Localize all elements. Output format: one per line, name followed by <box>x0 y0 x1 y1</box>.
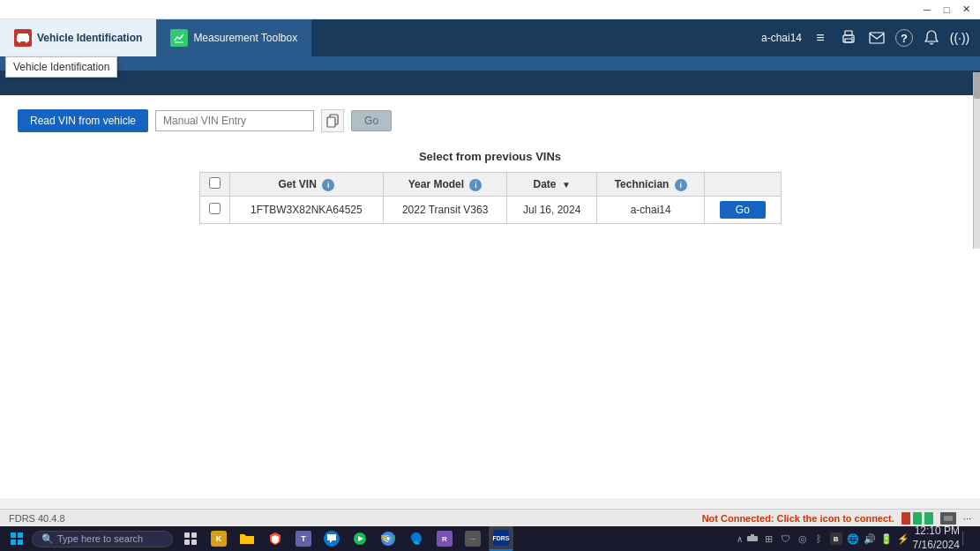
menu-icon[interactable]: ≡ <box>811 28 830 48</box>
previous-vins-title: Select from previous VINs <box>18 150 962 163</box>
table-row: 1FTBW3X82NKA64525 2022 Transit V363 Jul … <box>199 197 781 224</box>
minimize-button[interactable]: ─ <box>920 3 934 17</box>
app-header: Vehicle Identification Measurement Toolb… <box>0 19 980 56</box>
row-go-cell: Go <box>705 197 781 224</box>
tab-vehicle-identification-label: Vehicle Identification <box>37 32 142 44</box>
svg-rect-14 <box>11 540 16 545</box>
select-all-checkbox[interactable] <box>209 177 221 189</box>
col-header-get-vin: Get VIN i <box>229 173 384 197</box>
svg-rect-19 <box>191 540 197 545</box>
taskbar-search-placeholder: Type here to search <box>57 533 143 544</box>
help-icon[interactable]: ? <box>895 29 913 47</box>
bell-icon[interactable] <box>922 28 941 48</box>
tray-icon-b[interactable]: B <box>829 532 843 546</box>
status-bar: FDRS 40.4.8 Not Connected: Click the ico… <box>0 509 980 526</box>
svg-point-24 <box>386 537 390 540</box>
get-vin-info-icon[interactable]: i <box>322 179 334 191</box>
tray-icon-bluetooth[interactable]: ᛒ <box>812 532 827 546</box>
copy-icon[interactable] <box>321 109 344 132</box>
restore-button[interactable]: □ <box>939 3 954 17</box>
year-model-info-icon[interactable]: i <box>469 179 482 191</box>
col-header-year-model: Year Model i <box>384 173 507 197</box>
svg-rect-11 <box>327 117 335 127</box>
taskbar-icons: K T <box>178 526 513 551</box>
task-view-icon[interactable] <box>178 526 203 551</box>
row-checkbox-cell <box>199 197 229 224</box>
header-right: a-chai14 ≡ ? ((·)) <box>751 19 980 56</box>
taskbar-app-music[interactable] <box>348 526 372 551</box>
tray-icon-4[interactable]: ◎ <box>796 532 810 546</box>
system-tray: ∧ ⊞ 🛡 ◎ ᛒ B 🌐 🔊 🔋 ⚡ 12:10 PM 7/16/2024 <box>737 525 976 551</box>
vehicle-identification-icon <box>14 29 32 47</box>
username-label: a-chai14 <box>761 32 802 44</box>
taskbar-app-keychron[interactable]: K <box>206 526 231 551</box>
mail-icon[interactable] <box>867 28 886 48</box>
svg-rect-25 <box>747 536 758 541</box>
start-button[interactable] <box>4 528 30 549</box>
svg-point-3 <box>26 41 28 43</box>
taskbar-app-messages[interactable] <box>319 526 344 551</box>
tab-measurement-toolbox-label: Measurement Toolbox <box>193 32 297 44</box>
col-header-date[interactable]: Date ▼ <box>507 173 597 197</box>
tab-vehicle-identification[interactable]: Vehicle Identification <box>0 19 156 56</box>
taskbar-app-teams[interactable]: T <box>291 526 316 551</box>
ellipsis-icon: ··· <box>963 513 971 524</box>
taskbar-app-unknown[interactable]: ··· <box>460 526 485 551</box>
row-year-model: 2022 Transit V363 <box>384 197 507 224</box>
tray-icon-2[interactable]: ⊞ <box>762 532 776 546</box>
row-go-button[interactable]: Go <box>720 201 766 219</box>
svg-rect-12 <box>11 532 16 538</box>
row-checkbox[interactable] <box>209 203 221 214</box>
taskbar-app-remote[interactable]: R <box>432 526 457 551</box>
title-bar: ─ □ ✕ <box>0 0 980 19</box>
tray-icon-network[interactable]: 🌐 <box>846 532 860 546</box>
go-button[interactable]: Go <box>351 110 392 131</box>
time-display: 12:10 PM <box>913 525 960 539</box>
taskbar-search[interactable]: 🔍 Type here to search <box>32 531 173 547</box>
date-display: 7/16/2024 <box>913 539 960 551</box>
col-header-action <box>705 173 781 197</box>
measurement-toolbox-icon <box>170 29 188 47</box>
svg-rect-13 <box>18 532 23 538</box>
tray-icon-power[interactable]: ⚡ <box>896 532 910 546</box>
tray-icon-battery[interactable]: 🔋 <box>879 532 894 546</box>
manual-vin-input[interactable] <box>155 110 314 131</box>
svg-rect-9 <box>870 33 884 43</box>
taskbar-time[interactable]: 12:10 PM 7/16/2024 <box>913 525 960 551</box>
svg-rect-6 <box>845 31 852 35</box>
date-sort-icon: ▼ <box>562 180 571 190</box>
title-bar-controls: ─ □ ✕ <box>920 3 973 17</box>
connection-icon[interactable] <box>940 512 956 525</box>
taskbar-app-brave[interactable] <box>263 526 288 551</box>
wireless-icon[interactable]: ((·)) <box>950 28 969 48</box>
tray-icon-3[interactable]: 🛡 <box>779 532 793 546</box>
close-button[interactable]: ✕ <box>959 3 973 17</box>
scroll-indicator[interactable] <box>973 72 980 249</box>
show-desktop[interactable] <box>962 532 976 546</box>
connection-status: Not Connected: Click the icon to connect… <box>702 513 894 524</box>
scroll-thumb[interactable] <box>974 72 980 99</box>
taskbar-app-edge[interactable] <box>404 526 429 551</box>
svg-rect-16 <box>184 532 190 538</box>
svg-rect-17 <box>191 532 197 538</box>
tray-icon-1[interactable] <box>745 532 759 546</box>
taskbar: 🔍 Type here to search K <box>0 526 980 551</box>
taskbar-app-chrome[interactable] <box>376 526 400 551</box>
tab-measurement-toolbox[interactable]: Measurement Toolbox <box>156 19 311 56</box>
signal-bar-1 <box>901 512 910 525</box>
taskbar-app-folder[interactable] <box>235 526 259 551</box>
vin-row: Read VIN from vehicle Go <box>18 109 962 132</box>
print-icon[interactable] <box>839 28 858 48</box>
col-header-technician: Technician i <box>597 173 705 197</box>
technician-info-icon[interactable]: i <box>675 179 687 191</box>
row-vin: 1FTBW3X82NKA64525 <box>229 197 384 224</box>
svg-rect-7 <box>845 39 852 42</box>
tray-icon-volume[interactable]: 🔊 <box>863 532 877 546</box>
previous-vins-table: Get VIN i Year Model i Date ▼ Technician… <box>199 172 782 224</box>
svg-rect-26 <box>751 534 754 536</box>
svg-rect-18 <box>184 540 190 545</box>
row-technician: a-chai14 <box>597 197 705 224</box>
taskbar-app-fdrs[interactable]: FDRS <box>489 526 513 551</box>
status-right: Not Connected: Click the icon to connect… <box>702 512 971 525</box>
read-vin-button[interactable]: Read VIN from vehicle <box>18 109 148 132</box>
